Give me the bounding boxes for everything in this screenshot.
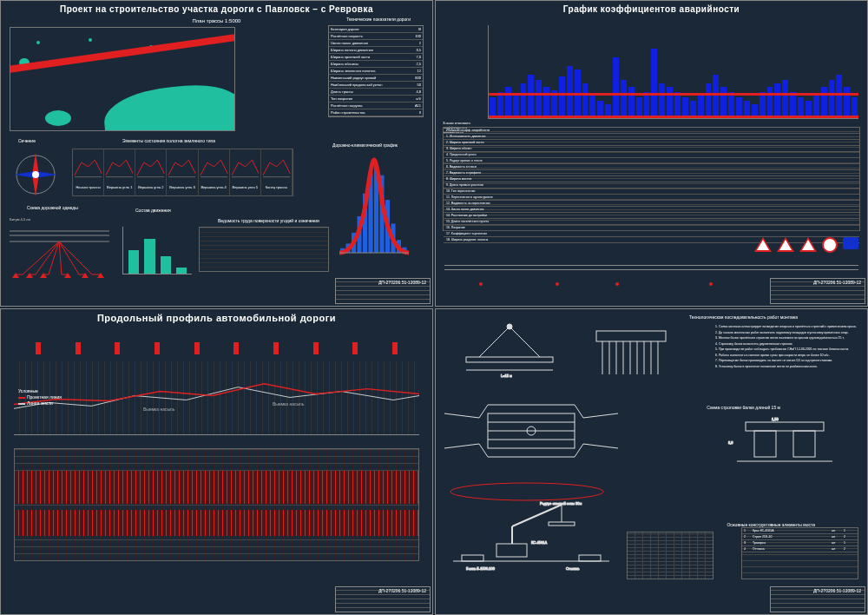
info-sign-icon — [843, 237, 858, 249]
road-schematic — [444, 261, 858, 275]
svg-rect-63 — [549, 522, 575, 526]
doc-code: ДП-270206.51-12089-12 — [378, 588, 426, 593]
beam-sling-diagram: L=15 м — [444, 322, 575, 383]
svg-text:Стоянка: Стоянка — [566, 566, 580, 571]
yield-sign-icon — [754, 237, 772, 252]
land-use-table — [199, 227, 329, 272]
profile-legend: Условные Проектная линия Линия земли — [18, 387, 62, 407]
title-block: ДП-270206.51-12089-12 — [335, 586, 431, 612]
road-signs-group — [754, 237, 858, 253]
sheet3-title: Продольный профиль автомобильной дороги — [1, 309, 432, 327]
sheet-road-project: Проект на строительство участка дороги с… — [0, 0, 433, 307]
warning-sign-icon — [777, 237, 794, 252]
terrain-xsections: Начало трассыВершина угла 1Вершина угла … — [72, 149, 293, 196]
svg-rect-70 — [746, 422, 824, 431]
compass-rose-icon — [10, 149, 62, 201]
profile-data-table — [14, 448, 419, 561]
doc-code: ДП-270206.51-12089-12 — [813, 588, 861, 593]
climate-chart-title: Дорожно-климатический график — [332, 142, 398, 148]
warning-sign-icon — [799, 237, 817, 252]
title-block: ДП-270206.51-12089-12 — [770, 278, 865, 304]
svg-text:1,50: 1,50 — [772, 417, 779, 421]
prohibition-sign-icon — [822, 237, 838, 253]
svg-line-61 — [512, 505, 562, 526]
svg-text:Выемка насыпь: Выемка насыпь — [273, 402, 305, 407]
support-section: 1,50 8,0 — [720, 413, 850, 474]
cross-section-title: Схема дорожной одежды — [27, 205, 78, 210]
title-block: ДП-270206.51-12089-12 — [335, 278, 431, 304]
sheet-bridge-erection: Технологическая последовательность работ… — [435, 308, 868, 615]
svg-text:Балка Б-1500.100: Балка Б-1500.100 — [466, 566, 496, 571]
sheet-accident-graph: График коэффициентов аварийности Значок … — [435, 0, 868, 307]
sheet4-notes-title: Технологическая последовательность работ… — [689, 314, 798, 320]
road-params-table: Категория дорогиIIIРасчётная скорость100… — [328, 25, 424, 117]
doc-code: ДП-270206.51-12089-12 — [813, 280, 861, 285]
svg-rect-72 — [793, 431, 815, 457]
params-table-title: Технические показатели дороги — [346, 17, 411, 22]
bridge-plan-view — [444, 396, 618, 466]
svg-text:Выемка насыпь: Выемка насыпь — [143, 407, 175, 412]
svg-rect-66 — [579, 555, 601, 561]
svg-text:8,0: 8,0 — [728, 440, 733, 445]
title-block: ДП-270206.51-12089-12 — [770, 586, 865, 612]
svg-line-36 — [479, 327, 510, 357]
pile-cap-diagram — [583, 322, 679, 387]
svg-rect-71 — [754, 431, 776, 457]
coeff-factors-table: Итоговый коэфф. аварийности1. Интенсивно… — [443, 127, 860, 231]
climate-chart — [335, 153, 413, 257]
equipment-table: 1Кран КС-4561Ашт12Строп 2СК-10шт23Травер… — [741, 527, 858, 579]
elevation-profile: Выемка насыпь Выемка насыпь — [14, 361, 419, 435]
svg-rect-42 — [596, 331, 666, 341]
svg-point-39 — [507, 324, 512, 329]
svg-marker-20 — [97, 273, 104, 278]
svg-rect-38 — [466, 357, 553, 362]
svg-line-37 — [510, 327, 540, 357]
sheet-longitudinal-profile: Продольный профиль автомобильной дороги … — [0, 308, 433, 615]
matrix-title: Ведомость труда поверхности угодий и озн… — [218, 218, 319, 223]
km-markers — [36, 342, 398, 360]
plan-map — [10, 27, 235, 131]
svg-marker-17 — [40, 273, 47, 278]
svg-text:КС-4561А: КС-4561А — [531, 540, 547, 545]
svg-text:L=15 м: L=15 м — [501, 374, 512, 378]
svg-point-3 — [32, 171, 39, 178]
svg-marker-16 — [26, 273, 33, 278]
doc-code: ДП-270206.51-12089-12 — [378, 280, 426, 285]
accident-coeff-chart — [488, 25, 858, 119]
sheet2-title: График коэффициентов аварийности — [436, 1, 867, 17]
svg-rect-65 — [462, 555, 483, 561]
construction-notes: 1. Схема монтажа иллюстрирует возведение… — [715, 325, 858, 370]
svg-marker-15 — [12, 273, 19, 278]
traffic-composition-chart — [122, 227, 192, 274]
support-section-title: Схема строповки балки длиной 15 м — [707, 405, 780, 410]
xsections-title: Элементы состояния полотна земляного тип… — [122, 138, 215, 143]
pavement-cross-section: Битум 4,5 см — [5, 214, 114, 281]
crane-erection-diagram: Радиус опасной зоны 30м Балка Б-1500.100… — [444, 479, 618, 574]
svg-point-57 — [450, 483, 603, 500]
svg-marker-19 — [82, 273, 89, 278]
traffic-bar-title: Состав движения — [135, 208, 171, 213]
sheet1-title: Проект на строительство участка дороги с… — [1, 1, 432, 17]
compass-title: Сечение — [18, 138, 36, 143]
svg-marker-18 — [64, 273, 71, 278]
svg-rect-59 — [496, 544, 527, 557]
svg-text:Битум 4,5 см: Битум 4,5 см — [10, 217, 30, 222]
spec-table — [627, 532, 713, 579]
